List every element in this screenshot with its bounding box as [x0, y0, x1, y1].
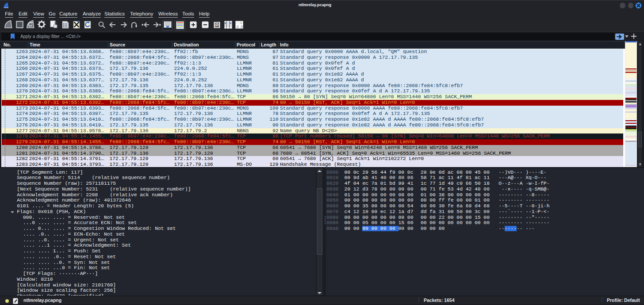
svg-text:1: 1: [216, 23, 218, 27]
svg-text:1: 1: [240, 21, 242, 24]
svg-text:3: 3: [241, 25, 243, 28]
svg-text:2: 2: [237, 25, 239, 28]
